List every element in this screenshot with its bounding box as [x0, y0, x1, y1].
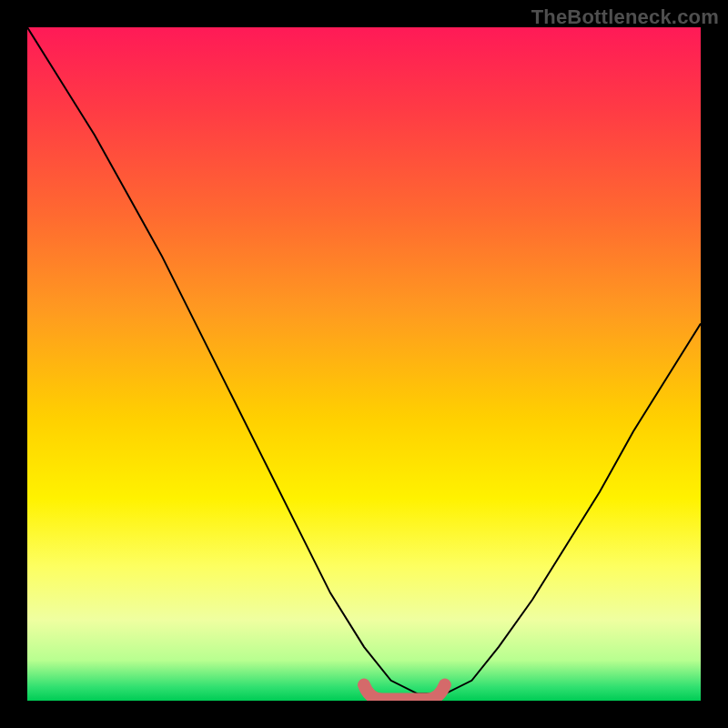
bottleneck-curve-line [27, 27, 701, 694]
plot-area [27, 27, 701, 701]
watermark-text: TheBottleneck.com [531, 5, 719, 29]
chart-frame: TheBottleneck.com [0, 0, 728, 728]
bottleneck-chart [27, 27, 701, 701]
